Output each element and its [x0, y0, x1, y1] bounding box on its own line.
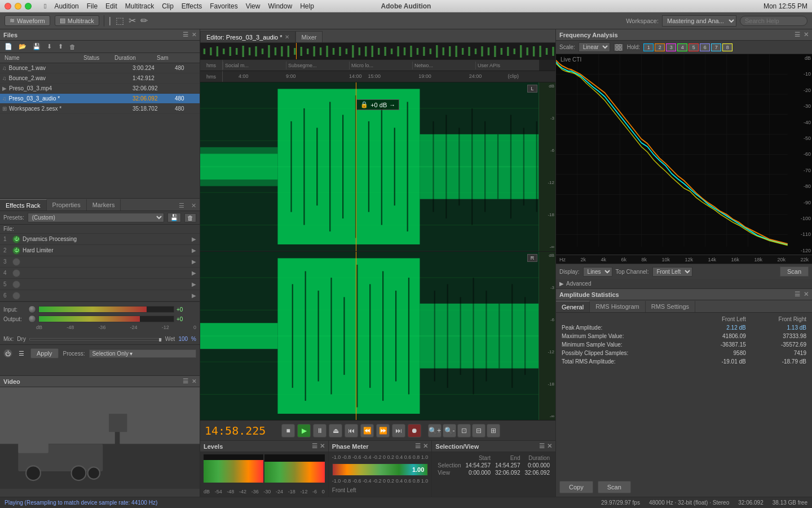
editor-tab-close[interactable]: ✕ — [285, 34, 289, 40]
play-btn[interactable]: ▶ — [297, 424, 311, 437]
waveform-main[interactable]: L dB -3 -6 -12 -18 -∞ 🔒 +0 dB → — [200, 82, 555, 420]
freq-menu[interactable]: ☰ — [795, 31, 800, 38]
tab-markers[interactable]: Markers — [87, 199, 121, 211]
effect-power-5[interactable] — [12, 281, 20, 288]
close-button[interactable] — [5, 3, 11, 10]
tab-effects-rack[interactable]: Effects Rack — [0, 199, 47, 211]
minimize-button[interactable] — [15, 3, 21, 10]
zoom-selection-btn[interactable]: ⊟ — [472, 424, 486, 437]
hold-btn-3[interactable]: 3 — [666, 43, 676, 51]
presets-select[interactable]: (Custom) — [28, 213, 164, 222]
menu-edit[interactable]: Edit — [102, 2, 121, 10]
list-item[interactable]: ♫ Bounce_2.wav 1:42.912 — [0, 73, 200, 84]
input-knob[interactable] — [28, 305, 36, 313]
levels-menu[interactable]: ☰ — [312, 443, 317, 450]
list-item[interactable]: ♫ Bounce_1.wav 3:00.224 480 — [0, 63, 200, 73]
effect-expand-6[interactable]: ▶ — [192, 292, 196, 299]
apply-button[interactable]: Apply — [30, 348, 59, 358]
workspace-select[interactable]: Mastering and Ana... — [662, 15, 736, 27]
zoom-in-btn[interactable]: 🔍+ — [428, 424, 442, 437]
effect-power-6[interactable] — [12, 292, 20, 300]
files-panel-menu[interactable]: ☰ — [183, 31, 188, 38]
rewind-btn[interactable]: ⏪ — [360, 424, 374, 437]
menu-effects[interactable]: Effects — [178, 2, 205, 10]
import-btn[interactable]: ⬇ — [45, 42, 54, 51]
effect-power-2[interactable]: ⏻ — [12, 247, 20, 255]
stop-btn[interactable]: ■ — [281, 424, 295, 437]
multitrack-button[interactable]: ▤ Multitrack — [55, 15, 99, 26]
fast-forward-btn[interactable]: ⏩ — [376, 424, 390, 437]
effects-rack-close[interactable]: ✕ — [188, 201, 200, 211]
hold-btn-1[interactable]: 1 — [643, 43, 654, 51]
advanced-row[interactable]: ▶ Advanced — [556, 279, 812, 288]
tab-general[interactable]: General — [556, 301, 590, 312]
menu-window[interactable]: Window — [264, 2, 295, 10]
levels-close[interactable]: ✕ — [320, 443, 325, 450]
presets-delete-btn[interactable]: 🗑 — [184, 213, 196, 222]
effect-expand-2[interactable]: ▶ — [192, 247, 196, 253]
waveform-button[interactable]: ≋ Waveform — [5, 15, 50, 26]
waveform-minimap[interactable] — [200, 43, 555, 60]
marquee-tool-icon[interactable]: ⬚ — [116, 15, 124, 26]
output-knob[interactable] — [28, 315, 36, 323]
hold-btn-8[interactable]: 8 — [722, 43, 732, 51]
hold-btn-2[interactable]: 2 — [655, 43, 665, 51]
menu-view[interactable]: View — [242, 2, 264, 10]
effect-power-3[interactable] — [12, 258, 20, 266]
record-btn[interactable]: ⏺ — [408, 424, 421, 437]
effect-expand-4[interactable]: ▶ — [192, 270, 196, 276]
freq-grid-btn[interactable] — [614, 43, 624, 51]
hold-btn-4[interactable]: 4 — [677, 43, 687, 51]
remove-file-btn[interactable]: 🗑 — [67, 43, 78, 51]
amp-stats-close[interactable]: ✕ — [804, 291, 809, 298]
copy-button[interactable]: Copy — [559, 481, 593, 493]
freq-scan-button[interactable]: Scan — [780, 266, 809, 277]
menu-help[interactable]: Help — [297, 2, 317, 10]
menu-audition[interactable]: Audition — [51, 2, 82, 10]
presets-save-btn[interactable]: 💾 — [167, 213, 181, 222]
rack-power-btn[interactable]: ⏻ — [3, 349, 12, 358]
pause-btn[interactable]: ⏸ — [313, 424, 326, 437]
files-panel-close[interactable]: ✕ — [192, 32, 196, 38]
effect-power-1[interactable]: ⏻ — [12, 235, 20, 243]
open-file-btn[interactable]: 📂 — [16, 42, 29, 51]
razor-tool-icon[interactable]: ✂ — [129, 15, 136, 26]
process-select[interactable]: Selection Only ▾ — [89, 349, 196, 358]
list-item[interactable]: ⊞ Workspaces 2.sesx * 35:18.702 480 — [0, 104, 200, 114]
zoom-fit-btn[interactable]: ⊡ — [457, 424, 471, 437]
menu-apple[interactable]:  — [41, 2, 50, 10]
effect-name-2[interactable]: Hard Limiter — [23, 247, 189, 253]
hold-btn-5[interactable]: 5 — [689, 43, 699, 51]
hold-btn-7[interactable]: 7 — [711, 43, 721, 51]
zoom-full-btn[interactable]: ⊞ — [487, 424, 500, 437]
selection-tool-icon[interactable]: | — [109, 16, 111, 26]
list-item[interactable]: ♫ Preso_03_3_audio * 32:06.092 480 — [0, 94, 200, 104]
effect-name-1[interactable]: Dynamics Processing — [23, 236, 189, 242]
pencil-tool-icon[interactable]: ✏ — [140, 15, 148, 26]
effect-power-4[interactable] — [12, 269, 20, 277]
video-panel-menu[interactable]: ☰ — [183, 378, 188, 385]
selection-close[interactable]: ✕ — [547, 443, 552, 450]
phase-close[interactable]: ✕ — [423, 443, 428, 450]
amp-stats-menu[interactable]: ☰ — [795, 291, 800, 298]
export-btn[interactable]: ⬆ — [56, 42, 65, 51]
list-item[interactable]: ▶ Preso_03_3.mp4 32:06.092 — [0, 84, 200, 94]
effect-expand-1[interactable]: ▶ — [192, 236, 196, 242]
channel-L-btn[interactable]: L — [527, 85, 537, 93]
rack-list-btn[interactable]: ☰ — [17, 349, 26, 358]
tab-rms-settings[interactable]: RMS Settings — [646, 301, 695, 312]
loop-btn[interactable]: ⏏ — [329, 424, 342, 437]
fullscreen-button[interactable] — [25, 3, 32, 10]
save-file-btn[interactable]: 💾 — [30, 42, 43, 51]
go-end-btn[interactable]: ⏭ — [392, 424, 405, 437]
amp-scan-button[interactable]: Scan — [598, 481, 631, 493]
freq-close[interactable]: ✕ — [804, 31, 809, 38]
mix-slider[interactable] — [29, 338, 162, 340]
effect-expand-5[interactable]: ▶ — [192, 281, 196, 287]
display-select[interactable]: Lines — [583, 267, 612, 277]
search-input[interactable] — [740, 16, 807, 26]
tab-rms-histogram[interactable]: RMS Histogram — [590, 301, 646, 312]
channel-R-btn[interactable]: R — [527, 254, 537, 262]
go-start-btn[interactable]: ⏮ — [345, 424, 358, 437]
new-file-btn[interactable]: 📄 — [2, 42, 15, 51]
